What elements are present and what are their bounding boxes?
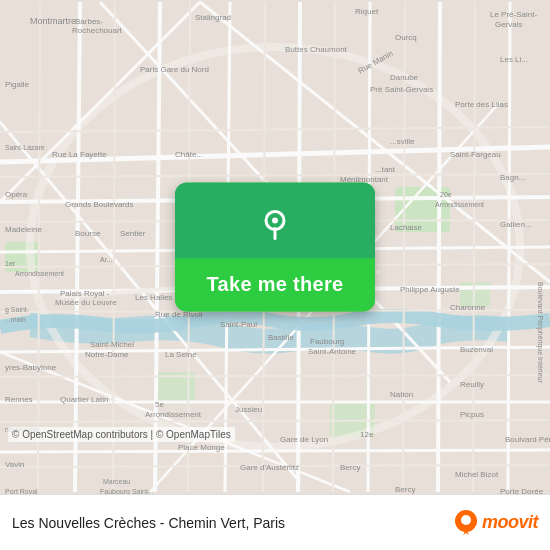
svg-text:Danube: Danube	[390, 73, 419, 82]
svg-text:Arrondissement: Arrondissement	[435, 201, 484, 208]
svg-text:Bagn...: Bagn...	[500, 173, 525, 182]
button-text-area: Take me there	[175, 259, 375, 312]
svg-text:Rue La Fayette: Rue La Fayette	[52, 150, 107, 159]
svg-text:g Saint-: g Saint-	[5, 306, 30, 314]
svg-text:Quartier Latin: Quartier Latin	[60, 395, 108, 404]
svg-text:Pré Saint-Gervais: Pré Saint-Gervais	[370, 85, 433, 94]
button-overlay: Take me there	[175, 183, 375, 312]
svg-text:Lachaise: Lachaise	[390, 223, 423, 232]
bottom-bar: Les Nouvelles Crèches - Chemin Vert, Par…	[0, 494, 550, 550]
svg-text:Bastille: Bastille	[268, 333, 294, 342]
svg-text:Ourcq: Ourcq	[395, 33, 417, 42]
svg-text:...main: ...main	[5, 316, 26, 323]
svg-text:Pigalle: Pigalle	[5, 80, 30, 89]
svg-text:Grands Boulevards: Grands Boulevards	[65, 200, 133, 209]
svg-text:Porte Dorée: Porte Dorée	[500, 487, 544, 494]
location-pin-icon	[253, 201, 297, 245]
svg-text:1er: 1er	[5, 260, 16, 267]
map-attribution: © OpenStreetMap contributors | © OpenMap…	[8, 427, 235, 442]
svg-text:5e: 5e	[155, 400, 164, 409]
svg-text:Les Li...: Les Li...	[500, 55, 528, 64]
svg-text:yres-Babylone: yres-Babylone	[5, 363, 57, 372]
svg-text:Arrondissement: Arrondissement	[145, 410, 202, 419]
svg-text:Nation: Nation	[390, 390, 413, 399]
svg-text:20e: 20e	[440, 191, 452, 198]
svg-text:Saint-Antoine: Saint-Antoine	[308, 347, 357, 356]
svg-text:Palais Royal -: Palais Royal -	[60, 289, 110, 298]
svg-text:Le Pré-Saint-: Le Pré-Saint-	[490, 10, 537, 19]
svg-text:Les Halles: Les Halles	[135, 293, 172, 302]
button-label: Take me there	[207, 273, 344, 295]
svg-text:Gare d'Austerlitz: Gare d'Austerlitz	[240, 463, 299, 472]
svg-text:Vavin: Vavin	[5, 460, 24, 469]
moovit-logo: moovit	[454, 509, 538, 537]
svg-text:Madeleine: Madeleine	[5, 225, 42, 234]
svg-text:...sville: ...sville	[390, 137, 415, 146]
svg-text:12e: 12e	[360, 430, 374, 439]
svg-text:Marceau: Marceau	[103, 478, 130, 485]
svg-text:Châte...: Châte...	[175, 150, 203, 159]
svg-text:Rennes: Rennes	[5, 395, 33, 404]
moovit-wordmark: moovit	[482, 512, 538, 533]
svg-text:Jussieu: Jussieu	[235, 405, 262, 414]
svg-text:Gare de Lyon: Gare de Lyon	[280, 435, 328, 444]
svg-text:Sentier: Sentier	[120, 229, 146, 238]
svg-text:Opéra: Opéra	[5, 190, 28, 199]
svg-text:Stalingrad: Stalingrad	[195, 13, 231, 22]
svg-text:...tant: ...tant	[375, 165, 396, 174]
location-label: Les Nouvelles Crèches - Chemin Vert, Par…	[12, 515, 446, 531]
svg-text:Riquet: Riquet	[355, 7, 379, 16]
svg-text:Porte des Lilas: Porte des Lilas	[455, 100, 508, 109]
app: Montmartre Le Pré-Saint- Gervais Pigalle…	[0, 0, 550, 550]
svg-text:Bercy: Bercy	[340, 463, 360, 472]
svg-text:Paris Gare du Nord: Paris Gare du Nord	[140, 65, 209, 74]
svg-text:Boulevard Périphérique Intérie: Boulevard Périphérique Intérieur	[536, 282, 544, 383]
svg-text:Musée du Louvre: Musée du Louvre	[55, 298, 117, 307]
svg-text:Reuilly: Reuilly	[460, 380, 484, 389]
svg-text:Buzenval: Buzenval	[460, 345, 493, 354]
svg-text:Faubourg: Faubourg	[310, 337, 344, 346]
svg-text:Gallien...: Gallien...	[500, 220, 532, 229]
take-me-there-button[interactable]: Take me there	[175, 183, 375, 312]
svg-point-124	[272, 218, 278, 224]
svg-text:Ar...: Ar...	[100, 256, 113, 263]
svg-line-20	[438, 2, 440, 492]
svg-text:Bercy: Bercy	[395, 485, 415, 494]
svg-text:Place Monge: Place Monge	[178, 443, 225, 452]
pin-area	[175, 183, 375, 259]
svg-text:Rochechouart: Rochechouart	[72, 26, 123, 35]
svg-text:Bourse: Bourse	[75, 229, 101, 238]
svg-text:Boulvard Périphérique Intérieu: Boulvard Périphérique Intérieur	[505, 435, 550, 444]
svg-text:Saint-Lazare: Saint-Lazare	[5, 144, 45, 151]
svg-text:Buttes Chaumont: Buttes Chaumont	[285, 45, 348, 54]
svg-text:Philippe Auguste: Philippe Auguste	[400, 285, 460, 294]
svg-text:Picpus: Picpus	[460, 410, 484, 419]
svg-text:Saint-Michel: Saint-Michel	[90, 340, 134, 349]
svg-text:Gervais: Gervais	[495, 20, 523, 29]
svg-point-126	[461, 515, 471, 525]
svg-text:La Seine: La Seine	[165, 350, 197, 359]
svg-text:Montmartre: Montmartre	[30, 16, 76, 26]
map-container: Montmartre Le Pré-Saint- Gervais Pigalle…	[0, 0, 550, 494]
svg-text:Notre-Dame: Notre-Dame	[85, 350, 129, 359]
svg-text:Michel Bizot: Michel Bizot	[455, 470, 499, 479]
svg-text:Port Royal: Port Royal	[5, 488, 38, 494]
svg-text:Faubourg Saint-: Faubourg Saint-	[100, 488, 151, 494]
svg-text:Arrondissement: Arrondissement	[15, 270, 64, 277]
moovit-pin-icon	[454, 509, 478, 537]
svg-text:Barbes-: Barbes-	[75, 17, 103, 26]
svg-text:Saint-Fargeau: Saint-Fargeau	[450, 150, 501, 159]
svg-text:Saint-Paul: Saint-Paul	[220, 320, 257, 329]
svg-text:Charonne: Charonne	[450, 303, 486, 312]
